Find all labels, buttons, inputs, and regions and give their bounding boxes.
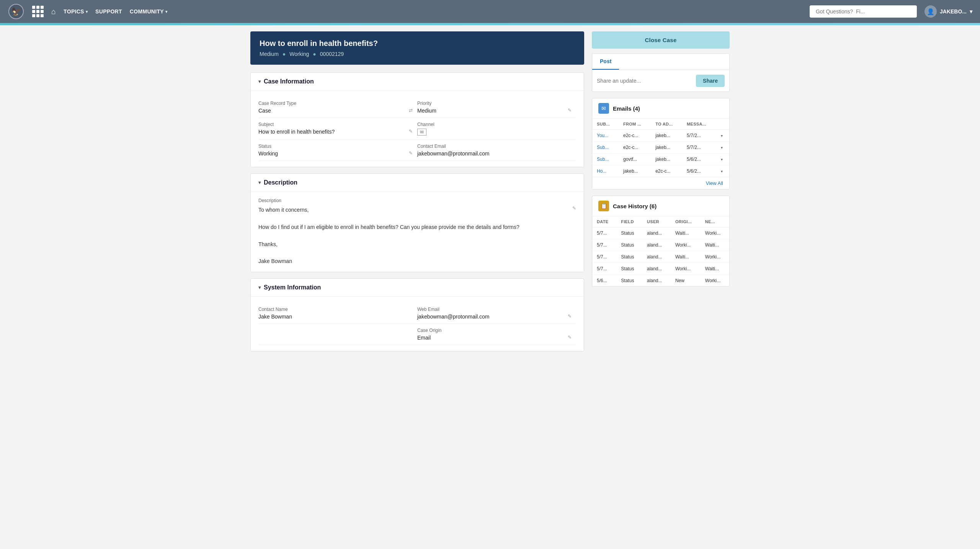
description-title: Description xyxy=(264,179,297,186)
history-new-2: Worki... xyxy=(701,251,729,263)
history-row: 5/7... Status aland... Waiti... Worki... xyxy=(592,251,729,263)
tab-post[interactable]: Post xyxy=(592,54,619,70)
contact-email-value[interactable]: jakebowman@protonmail.com xyxy=(417,150,490,157)
case-fields-grid: Case Record Type Case ⇄ Priority Medium … xyxy=(258,97,576,161)
email-sub-3[interactable]: Ho... xyxy=(592,165,619,177)
system-information-title: System Information xyxy=(264,284,321,291)
description-edit-icon[interactable]: ✎ xyxy=(572,206,576,211)
field-contact-email: Contact Email jakebowman@protonmail.com xyxy=(417,140,576,161)
history-orig-0: Waiti... xyxy=(671,227,701,239)
emails-card: ✉ Emails (4) SUB... FROM ... TO AD... ME… xyxy=(592,98,730,190)
description-section: ▾ Description Description To whom it con… xyxy=(250,173,584,272)
right-panel: Close Case Post Share ✉ Emails (4) SUB..… xyxy=(592,31,730,358)
email-to-0: jakeb... xyxy=(651,130,682,142)
history-new-0: Worki... xyxy=(701,227,729,239)
history-field-0: Status xyxy=(616,227,642,239)
case-record-type-edit-icon[interactable]: ⇄ xyxy=(409,108,413,113)
system-information-header[interactable]: ▾ System Information xyxy=(251,279,584,297)
nav-support[interactable]: SUPPORT xyxy=(95,8,122,15)
history-user-0: aland... xyxy=(642,227,671,239)
email-expand-2[interactable]: ▾ xyxy=(716,154,729,165)
email-sub-0[interactable]: You... xyxy=(592,130,619,142)
nav-community[interactable]: COMMUNITY ▾ xyxy=(130,8,167,15)
agency-logo: 🦅 xyxy=(8,4,24,19)
case-origin-edit-icon[interactable]: ✎ xyxy=(568,335,572,340)
status-label: Status xyxy=(258,144,413,149)
email-from-2: govtf... xyxy=(619,154,651,165)
history-date-3: 5/7... xyxy=(592,263,616,275)
email-msg-2: 5/6/2... xyxy=(682,154,716,165)
priority-edit-icon[interactable]: ✎ xyxy=(568,108,572,113)
description-label: Description xyxy=(258,198,576,203)
email-row: Ho... jakeb... e2c-c... 5/6/2... ▾ xyxy=(592,165,729,177)
email-to-1: jakeb... xyxy=(651,142,682,154)
status-edit-icon[interactable]: ✎ xyxy=(409,150,413,156)
subject-value-row: How to enroll in health benefits? ✎ xyxy=(258,129,413,135)
case-priority: Medium xyxy=(260,51,279,57)
field-priority: Priority Medium ✎ xyxy=(417,97,576,118)
left-panel: How to enroll in health benefits? Medium… xyxy=(250,31,584,358)
email-row: Sub... govtf... jakeb... 5/6/2... ▾ xyxy=(592,154,729,165)
description-content: To whom it concerns, How do I find out i… xyxy=(258,206,576,266)
history-col-field: FIELD xyxy=(616,216,642,227)
case-header-card: How to enroll in health benefits? Medium… xyxy=(250,31,584,65)
share-button[interactable]: Share xyxy=(696,75,725,87)
channel-label: Channel xyxy=(417,122,572,127)
status-value-row: Working ✎ xyxy=(258,150,413,157)
dot-separator-2: ● xyxy=(313,51,316,57)
status-value: Working xyxy=(258,150,278,157)
history-new-1: Waiti... xyxy=(701,239,729,251)
case-title: How to enroll in health benefits? xyxy=(260,39,575,48)
email-expand-3[interactable]: ▾ xyxy=(716,165,729,177)
case-information-header[interactable]: ▾ Case Information xyxy=(251,73,584,91)
email-sub-2[interactable]: Sub... xyxy=(592,154,619,165)
case-origin-label: Case Origin xyxy=(417,328,572,333)
case-information-section: ▾ Case Information Case Record Type Case… xyxy=(250,72,584,167)
home-icon[interactable]: ⌂ xyxy=(51,7,56,16)
case-info-chevron-icon: ▾ xyxy=(258,79,261,84)
user-avatar: 👤 xyxy=(924,5,937,18)
field-empty-spacer xyxy=(258,324,417,345)
field-case-record-type: Case Record Type Case ⇄ xyxy=(258,97,417,118)
case-history-icon: 📋 xyxy=(598,201,609,211)
nav-topics[interactable]: TOPICS ▾ xyxy=(64,8,88,15)
community-chevron-icon: ▾ xyxy=(165,10,167,14)
global-search-input[interactable] xyxy=(810,5,917,18)
history-orig-1: Worki... xyxy=(671,239,701,251)
contact-name-value[interactable]: Jake Bowman xyxy=(258,314,292,320)
app-grid-icon[interactable] xyxy=(32,6,44,17)
emails-col-action xyxy=(716,119,729,130)
description-header[interactable]: ▾ Description xyxy=(251,174,584,192)
emails-col-from: FROM ... xyxy=(619,119,651,130)
field-web-email: Web Email jakebowman@protonmail.com ✎ xyxy=(417,303,576,324)
emails-view-all[interactable]: View All xyxy=(592,177,729,189)
topics-chevron-icon: ▾ xyxy=(86,10,88,14)
history-date-1: 5/7... xyxy=(592,239,616,251)
email-row: Sub... e2c-c... jakeb... 5/7/2... ▾ xyxy=(592,142,729,154)
contact-email-value-row: jakebowman@protonmail.com xyxy=(417,150,572,157)
subject-value: How to enroll in health benefits? xyxy=(258,129,335,135)
email-sub-1[interactable]: Sub... xyxy=(592,142,619,154)
close-case-button[interactable]: Close Case xyxy=(592,31,730,49)
case-meta: Medium ● Working ● 00002129 xyxy=(260,51,575,57)
email-from-1: e2c-c... xyxy=(619,142,651,154)
emails-col-sub: SUB... xyxy=(592,119,619,130)
web-email-value[interactable]: jakebowman@protonmail.com xyxy=(417,314,490,320)
share-update-input[interactable] xyxy=(597,78,693,84)
field-case-origin: Case Origin Email ✎ xyxy=(417,324,576,345)
case-history-title: Case History (6) xyxy=(613,203,657,209)
subject-edit-icon[interactable]: ✎ xyxy=(409,129,413,134)
emails-col-msg: MESSA... xyxy=(682,119,716,130)
case-number: 00002129 xyxy=(320,51,344,57)
email-expand-1[interactable]: ▾ xyxy=(716,142,729,154)
web-email-edit-icon[interactable]: ✎ xyxy=(568,314,572,319)
email-expand-0[interactable]: ▾ xyxy=(716,130,729,142)
case-origin-value: Email xyxy=(417,335,431,341)
main-header: 🦅 ⌂ TOPICS ▾ SUPPORT COMMUNITY ▾ 👤 JAKEB… xyxy=(0,0,980,23)
history-user-3: aland... xyxy=(642,263,671,275)
user-menu[interactable]: 👤 JAKEBO... ▾ xyxy=(924,5,972,18)
history-orig-2: Waiti... xyxy=(671,251,701,263)
history-col-date: DATE xyxy=(592,216,616,227)
web-email-label: Web Email xyxy=(417,307,572,312)
web-email-value-row: jakebowman@protonmail.com ✎ xyxy=(417,314,572,320)
